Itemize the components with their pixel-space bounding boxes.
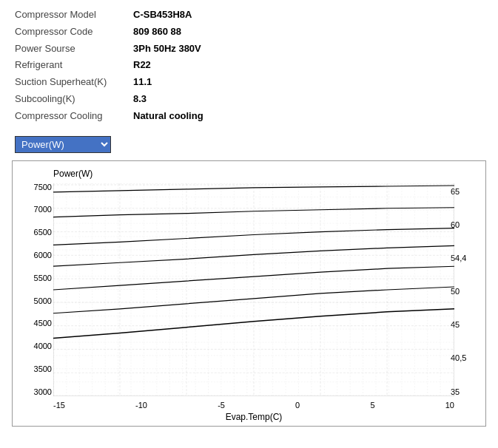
legend-50: 50 — [451, 287, 482, 296]
chart-type-dropdown[interactable]: Power(W) Capacity(W) Current(A) COP — [15, 136, 111, 153]
x-label-minus15: -15 — [53, 401, 65, 410]
y-axis: 3000 3500 4000 4500 5000 5500 6000 6500 … — [16, 183, 52, 396]
value-superheat: 11.1 — [133, 75, 152, 90]
right-legend: 65 60 54,4 50 45 40,5 35 — [451, 183, 482, 396]
info-row-subcooling: Subcooling(K) 8.3 — [15, 92, 483, 107]
legend-35: 35 — [451, 387, 482, 396]
info-row-model: Compressor Model C-SB453H8A — [15, 7, 483, 23]
label-code: Compressor Code — [15, 24, 133, 40]
y-label-3500: 3500 — [34, 365, 52, 373]
value-power: 3Ph 50Hz 380V — [133, 41, 201, 57]
chart-svg — [53, 183, 454, 396]
x-axis-title: Evap.Temp(C) — [53, 412, 454, 422]
info-row-code: Compressor Code 809 860 88 — [15, 24, 483, 40]
label-power: Power Sourse — [15, 41, 133, 57]
legend-544: 54,4 — [451, 254, 482, 262]
y-label-7500: 7500 — [34, 183, 52, 191]
info-row-superheat: Suction Superheat(K) 11.1 — [15, 75, 483, 90]
value-refrigerant: R22 — [133, 58, 151, 73]
x-label-minus10: -10 — [135, 401, 147, 410]
y-label-5500: 5500 — [34, 274, 52, 282]
info-section: Compressor Model C-SB453H8A Compressor C… — [0, 0, 498, 132]
y-label-5000: 5000 — [34, 297, 52, 305]
label-cooling: Compressor Cooling — [15, 109, 133, 124]
label-refrigerant: Refrigerant — [15, 58, 133, 73]
legend-60: 60 — [451, 220, 482, 229]
y-label-7000: 7000 — [34, 206, 52, 214]
x-axis-labels: -15 -10 -5 0 5 10 — [53, 401, 454, 410]
y-label-4500: 4500 — [34, 319, 52, 327]
x-label-5: 5 — [370, 401, 374, 410]
y-label-6000: 6000 — [34, 251, 52, 259]
legend-65: 65 — [451, 187, 482, 196]
value-code: 809 860 88 — [133, 24, 181, 40]
label-model: Compressor Model — [15, 7, 133, 23]
y-label-3000: 3000 — [34, 388, 52, 396]
value-subcooling: 8.3 — [133, 92, 147, 107]
x-label-0: 0 — [295, 401, 300, 410]
x-label-minus5: -5 — [218, 401, 225, 410]
dropdown-row: Power(W) Capacity(W) Current(A) COP — [0, 132, 498, 160]
info-row-refrigerant: Refrigerant R22 — [15, 58, 483, 73]
x-label-10: 10 — [445, 401, 454, 410]
legend-405: 40,5 — [451, 353, 482, 362]
value-cooling: Natural cooling — [133, 109, 203, 124]
info-row-power: Power Sourse 3Ph 50Hz 380V — [15, 41, 483, 57]
legend-45: 45 — [451, 320, 482, 329]
label-superheat: Suction Superheat(K) — [15, 75, 133, 90]
chart-container: Power(W) 3000 3500 4000 4500 5000 5500 6… — [12, 160, 486, 427]
chart-y-title: Power(W) — [53, 169, 92, 179]
y-label-4000: 4000 — [34, 342, 52, 350]
label-subcooling: Subcooling(K) — [15, 92, 133, 107]
value-model: C-SB453H8A — [133, 7, 192, 23]
info-row-cooling: Compressor Cooling Natural cooling — [15, 109, 483, 124]
y-label-6500: 6500 — [34, 228, 52, 237]
